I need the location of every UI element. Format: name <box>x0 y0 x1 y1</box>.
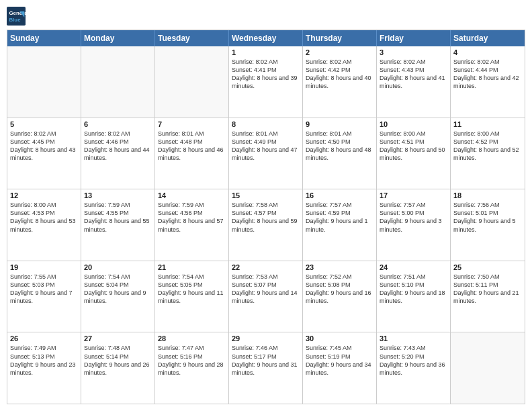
day-cell: 2Sunrise: 8:02 AMSunset: 4:42 PMDaylight… <box>303 46 377 118</box>
day-cell: 12Sunrise: 8:00 AMSunset: 4:53 PMDayligh… <box>7 189 81 261</box>
day-cell: 13Sunrise: 7:59 AMSunset: 4:55 PMDayligh… <box>81 189 155 261</box>
day-cell: 5Sunrise: 8:02 AMSunset: 4:45 PMDaylight… <box>7 118 81 189</box>
day-cell: 27Sunrise: 7:48 AMSunset: 5:14 PMDayligh… <box>81 332 155 404</box>
day-info: Sunrise: 7:49 AMSunset: 5:13 PMDaylight:… <box>10 344 78 377</box>
day-info: Sunrise: 8:01 AMSunset: 4:49 PMDaylight:… <box>232 130 300 163</box>
page: General Blue SundayMondayTuesdayWednesda… <box>0 0 532 411</box>
weekday-header: Tuesday <box>155 30 229 46</box>
day-number: 24 <box>380 263 447 271</box>
calendar-row: 5Sunrise: 8:02 AMSunset: 4:45 PMDaylight… <box>7 118 525 190</box>
day-info: Sunrise: 7:55 AMSunset: 5:03 PMDaylight:… <box>10 273 78 306</box>
day-number: 7 <box>158 120 226 128</box>
day-cell: 8Sunrise: 8:01 AMSunset: 4:49 PMDaylight… <box>229 118 303 189</box>
day-number: 11 <box>453 120 522 128</box>
day-cell: 20Sunrise: 7:54 AMSunset: 5:04 PMDayligh… <box>81 261 155 332</box>
day-info: Sunrise: 7:43 AMSunset: 5:20 PMDaylight:… <box>380 344 447 377</box>
day-info: Sunrise: 8:01 AMSunset: 4:48 PMDaylight:… <box>158 130 226 163</box>
day-cell: 22Sunrise: 7:53 AMSunset: 5:07 PMDayligh… <box>229 261 303 332</box>
day-cell: 7Sunrise: 8:01 AMSunset: 4:48 PMDaylight… <box>155 118 229 189</box>
day-number: 26 <box>10 334 78 342</box>
day-cell: 1Sunrise: 8:02 AMSunset: 4:41 PMDaylight… <box>229 46 303 118</box>
day-info: Sunrise: 7:59 AMSunset: 4:56 PMDaylight:… <box>158 201 226 234</box>
day-number: 2 <box>306 48 373 56</box>
logo: General Blue <box>7 7 28 26</box>
day-cell: 26Sunrise: 7:49 AMSunset: 5:13 PMDayligh… <box>7 332 81 404</box>
day-info: Sunrise: 8:00 AMSunset: 4:52 PMDaylight:… <box>453 130 522 163</box>
day-info: Sunrise: 7:57 AMSunset: 5:00 PMDaylight:… <box>380 201 447 234</box>
day-cell: 15Sunrise: 7:58 AMSunset: 4:57 PMDayligh… <box>229 189 303 261</box>
day-number: 25 <box>453 263 522 271</box>
day-number: 1 <box>232 48 300 56</box>
day-number: 10 <box>380 120 447 128</box>
day-cell: 24Sunrise: 7:51 AMSunset: 5:10 PMDayligh… <box>377 261 451 332</box>
logo-icon: General Blue <box>7 7 26 26</box>
day-info: Sunrise: 7:51 AMSunset: 5:10 PMDaylight:… <box>380 273 447 306</box>
day-number: 23 <box>306 263 373 271</box>
day-number: 3 <box>380 48 447 56</box>
svg-text:Blue: Blue <box>9 17 21 23</box>
day-info: Sunrise: 8:00 AMSunset: 4:53 PMDaylight:… <box>10 201 78 234</box>
day-number: 15 <box>232 191 300 199</box>
day-info: Sunrise: 7:58 AMSunset: 4:57 PMDaylight:… <box>232 201 300 234</box>
day-number: 18 <box>453 191 522 199</box>
day-number: 14 <box>158 191 226 199</box>
calendar-row: 1Sunrise: 8:02 AMSunset: 4:41 PMDaylight… <box>7 46 525 118</box>
empty-cell <box>7 46 81 118</box>
day-cell: 4Sunrise: 8:02 AMSunset: 4:44 PMDaylight… <box>451 46 525 118</box>
day-info: Sunrise: 8:02 AMSunset: 4:43 PMDaylight:… <box>380 58 447 91</box>
empty-cell <box>451 332 525 404</box>
day-info: Sunrise: 7:50 AMSunset: 5:11 PMDaylight:… <box>453 273 522 306</box>
empty-cell <box>81 46 155 118</box>
day-number: 16 <box>306 191 373 199</box>
day-cell: 9Sunrise: 8:01 AMSunset: 4:50 PMDaylight… <box>303 118 377 189</box>
day-info: Sunrise: 8:02 AMSunset: 4:42 PMDaylight:… <box>306 58 373 91</box>
calendar-row: 12Sunrise: 8:00 AMSunset: 4:53 PMDayligh… <box>7 189 525 261</box>
day-cell: 19Sunrise: 7:55 AMSunset: 5:03 PMDayligh… <box>7 261 81 332</box>
day-info: Sunrise: 7:52 AMSunset: 5:08 PMDaylight:… <box>306 273 373 306</box>
day-info: Sunrise: 8:00 AMSunset: 4:51 PMDaylight:… <box>380 130 447 163</box>
day-cell: 17Sunrise: 7:57 AMSunset: 5:00 PMDayligh… <box>377 189 451 261</box>
day-cell: 21Sunrise: 7:54 AMSunset: 5:05 PMDayligh… <box>155 261 229 332</box>
weekday-header: Monday <box>81 30 155 46</box>
day-info: Sunrise: 8:01 AMSunset: 4:50 PMDaylight:… <box>306 130 373 163</box>
day-cell: 10Sunrise: 8:00 AMSunset: 4:51 PMDayligh… <box>377 118 451 189</box>
day-number: 13 <box>84 191 152 199</box>
calendar-row: 19Sunrise: 7:55 AMSunset: 5:03 PMDayligh… <box>7 261 525 333</box>
day-number: 4 <box>453 48 522 56</box>
calendar-header: SundayMondayTuesdayWednesdayThursdayFrid… <box>7 30 525 46</box>
day-cell: 14Sunrise: 7:59 AMSunset: 4:56 PMDayligh… <box>155 189 229 261</box>
day-cell: 25Sunrise: 7:50 AMSunset: 5:11 PMDayligh… <box>451 261 525 332</box>
day-info: Sunrise: 7:45 AMSunset: 5:19 PMDaylight:… <box>306 344 373 377</box>
day-number: 30 <box>306 334 373 342</box>
day-info: Sunrise: 7:56 AMSunset: 5:01 PMDaylight:… <box>453 201 522 234</box>
day-number: 28 <box>158 334 226 342</box>
calendar-row: 26Sunrise: 7:49 AMSunset: 5:13 PMDayligh… <box>7 332 525 404</box>
day-number: 8 <box>232 120 300 128</box>
day-number: 5 <box>10 120 78 128</box>
day-cell: 16Sunrise: 7:57 AMSunset: 4:59 PMDayligh… <box>303 189 377 261</box>
calendar-body: 1Sunrise: 8:02 AMSunset: 4:41 PMDaylight… <box>7 46 525 404</box>
day-info: Sunrise: 7:53 AMSunset: 5:07 PMDaylight:… <box>232 273 300 306</box>
day-number: 22 <box>232 263 300 271</box>
day-number: 20 <box>84 263 152 271</box>
weekday-header: Thursday <box>303 30 377 46</box>
day-cell: 3Sunrise: 8:02 AMSunset: 4:43 PMDaylight… <box>377 46 451 118</box>
weekday-header: Sunday <box>7 30 81 46</box>
day-info: Sunrise: 7:48 AMSunset: 5:14 PMDaylight:… <box>84 344 152 377</box>
weekday-header: Saturday <box>451 30 525 46</box>
day-number: 19 <box>10 263 78 271</box>
day-number: 21 <box>158 263 226 271</box>
day-info: Sunrise: 8:02 AMSunset: 4:45 PMDaylight:… <box>10 130 78 163</box>
day-info: Sunrise: 8:02 AMSunset: 4:44 PMDaylight:… <box>453 58 522 91</box>
day-number: 17 <box>380 191 447 199</box>
day-number: 9 <box>306 120 373 128</box>
day-number: 27 <box>84 334 152 342</box>
empty-cell <box>155 46 229 118</box>
day-number: 29 <box>232 334 300 342</box>
day-cell: 23Sunrise: 7:52 AMSunset: 5:08 PMDayligh… <box>303 261 377 332</box>
header: General Blue <box>7 7 525 26</box>
calendar: SundayMondayTuesdayWednesdayThursdayFrid… <box>7 30 525 404</box>
day-cell: 31Sunrise: 7:43 AMSunset: 5:20 PMDayligh… <box>377 332 451 404</box>
day-info: Sunrise: 7:57 AMSunset: 4:59 PMDaylight:… <box>306 201 373 234</box>
day-info: Sunrise: 7:59 AMSunset: 4:55 PMDaylight:… <box>84 201 152 234</box>
